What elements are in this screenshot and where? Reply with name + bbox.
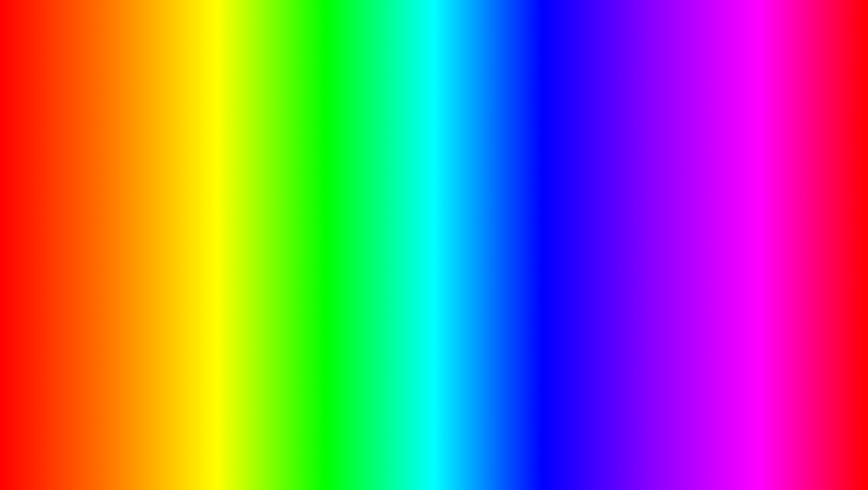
right-player-label: Player — [628, 183, 643, 190]
logo-x-text: X — [809, 422, 823, 447]
right-dungeon-label: Dungeon — [628, 290, 650, 297]
right-teleport-label: Teleport — [628, 195, 647, 201]
svg-point-11 — [541, 134, 546, 138]
svg-point-1 — [91, 135, 96, 140]
title-container: BLOX FRUITS — [0, 9, 868, 92]
right-player-icon: 👤 — [615, 183, 624, 190]
left-main-icon: 🏠 — [49, 165, 58, 172]
svg-point-9 — [451, 133, 456, 137]
left-nav-main[interactable]: 🏠 Main — [47, 163, 255, 174]
farm-mode-arrow: ▼ — [243, 240, 249, 247]
buy-chip-button[interactable]: Mua Chip Đã Chọn — [652, 286, 809, 301]
yellow-building — [698, 307, 752, 396]
logo-row: BL ☠ X — [737, 414, 823, 454]
right-nav-race[interactable]: 📊 Race V4 — [613, 169, 821, 181]
svg-point-8 — [406, 135, 411, 140]
item-farm-label: Chon Item Farm : Electric Claw — [53, 182, 134, 189]
mobile-label-text: MOBILE — [40, 191, 149, 223]
svg-point-15 — [721, 134, 725, 138]
left-panel-nav: 🏠 Main — [47, 163, 255, 174]
chip-header-label: Chip Cần Mua : — [619, 223, 660, 230]
right-panel: 🏠 Main ✕ Weapons 📊 Race V4 👤 Player 🎯 Te… — [607, 139, 828, 307]
left-main-label: Main — [61, 165, 73, 172]
auto-text: AUTO — [208, 435, 322, 481]
mobile-checkmark: ✔ — [153, 189, 179, 224]
chip-item-3[interactable]: Bird: Phoenix — [614, 265, 821, 279]
svg-point-4 — [226, 134, 231, 138]
svg-point-7 — [361, 134, 366, 138]
svg-point-5 — [271, 135, 276, 140]
mobile-row: MOBILE ✔ — [40, 189, 201, 224]
chip-item-1[interactable]: Human: Buddha — [614, 237, 821, 251]
right-race-icon: 📊 — [615, 171, 624, 178]
logo-fruits-text: FRUITS — [737, 454, 823, 477]
farm-text: FARM — [324, 435, 438, 481]
chip-item-2[interactable]: Sand — [614, 251, 821, 265]
use-in-dungeon-label: Use in Dungeon Only! — [613, 208, 821, 214]
svg-point-6 — [316, 132, 321, 136]
chip-dropdown-header[interactable]: Chip Cần Mua : ▲ — [613, 219, 821, 234]
chip-item-2-label: Sand — [621, 254, 635, 261]
logo-bottom-right: BL ☠ X FRUITS — [737, 414, 823, 477]
right-race-label: Race V4 — [628, 172, 649, 178]
logo-bl-text: BL — [737, 422, 765, 447]
item-farm-arrow: ▼ — [243, 182, 249, 189]
svg-point-2 — [136, 133, 141, 137]
chip-list: Human: Buddha Sand Bird: Phoenix — [613, 234, 821, 282]
skull-icon: ☠ — [769, 416, 805, 452]
right-dungeon-nav[interactable]: 🏰 Dungeon — [613, 288, 652, 299]
right-panel-bottom-nav: 🏰 Dungeon Mua Chip Đã Chọn — [613, 286, 821, 301]
right-nav-player[interactable]: 👤 Player — [613, 181, 821, 192]
buy-chip-checkbox[interactable] — [812, 289, 821, 298]
ground-blob — [389, 392, 479, 428]
svg-point-0 — [46, 134, 51, 138]
farm-checkbox[interactable] — [246, 257, 255, 266]
fruits-text: FRUITS — [739, 454, 821, 476]
chip-header-arrow: ▲ — [810, 223, 815, 230]
script-text: SCRIPT — [440, 449, 532, 477]
mobile-android-section: MOBILE ✔ ANDROID ✔ — [40, 189, 201, 260]
buy-chip-label: Mua Chip Đã Chọn — [707, 290, 753, 297]
pastebin-text: PASTEBIN — [535, 449, 660, 477]
building-right — [747, 325, 792, 405]
android-label-text: ANDROID — [40, 226, 170, 258]
left-panel-title: BLCK HUB V2 — [47, 150, 255, 157]
right-dungeon-icon: 🏰 — [615, 290, 624, 297]
right-teleport-icon: 🎯 — [615, 195, 624, 202]
android-row: ANDROID ✔ — [40, 224, 201, 260]
svg-point-10 — [496, 134, 501, 139]
main-title: BLOX FRUITS — [174, 9, 694, 92]
chip-item-1-label: Human: Buddha — [621, 241, 663, 247]
svg-point-3 — [181, 134, 186, 139]
right-nav-teleport[interactable]: 🎯 Teleport — [613, 192, 821, 204]
android-checkmark: ✔ — [175, 224, 201, 260]
chip-item-3-label: Bird: Phoenix — [621, 268, 656, 275]
svg-point-17 — [811, 133, 815, 137]
